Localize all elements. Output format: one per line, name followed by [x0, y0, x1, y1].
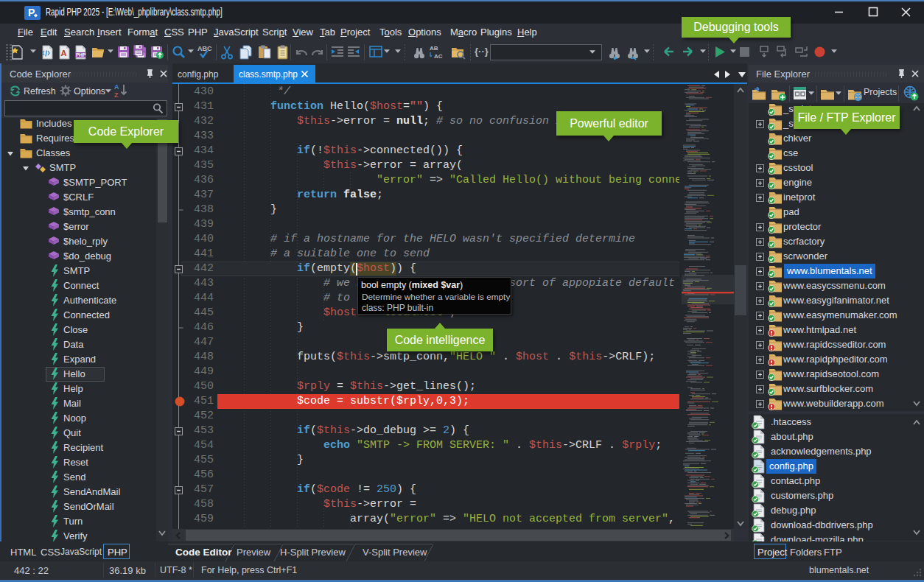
svg-text:ABC: ABC [197, 45, 212, 52]
svg-text:PHP: PHP [76, 52, 86, 57]
svg-text:AC: AC [434, 53, 443, 60]
svg-text:A: A [114, 83, 119, 91]
svg-text:A: A [60, 49, 66, 57]
svg-text:P: P [28, 7, 35, 18]
svg-text:Z: Z [114, 91, 119, 99]
svg-text:AB: AB [430, 45, 438, 52]
